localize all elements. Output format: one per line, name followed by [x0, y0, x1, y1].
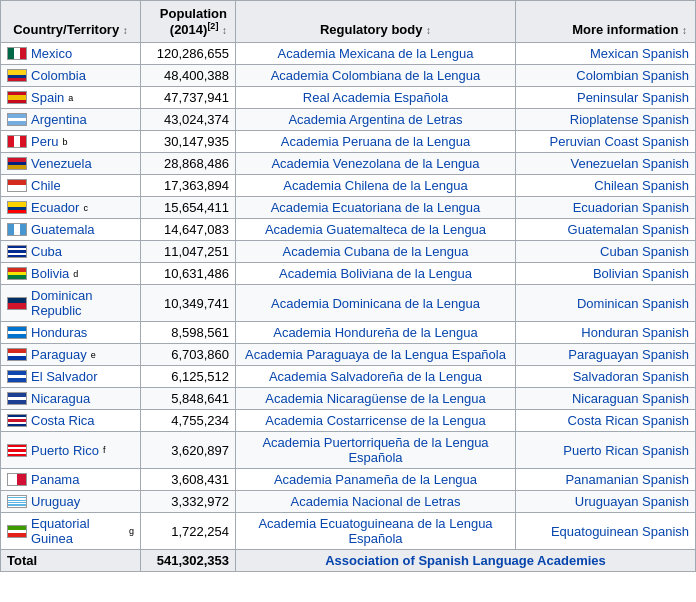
- more-info-link[interactable]: Bolivian Spanish: [593, 266, 689, 281]
- country-link[interactable]: Bolivia: [31, 266, 69, 281]
- table-row: Argentina43,024,374Academia Argentina de…: [1, 109, 696, 131]
- more-info-cell: Nicaraguan Spanish: [516, 388, 696, 410]
- population-cell: 15,654,411: [141, 197, 236, 219]
- table-row: Chile17,363,894Academia Chilena de la Le…: [1, 175, 696, 197]
- regulatory-link[interactable]: Academia Argentina de Letras: [288, 112, 462, 127]
- regulatory-link[interactable]: Academia Colombiana de la Lengua: [271, 68, 481, 83]
- country-link[interactable]: Venezuela: [31, 156, 92, 171]
- country-link[interactable]: Colombia: [31, 68, 86, 83]
- more-info-cell: Dominican Spanish: [516, 285, 696, 322]
- regulatory-link[interactable]: Academia Nacional de Letras: [291, 494, 461, 509]
- country-link[interactable]: Mexico: [31, 46, 72, 61]
- more-info-link[interactable]: Peninsular Spanish: [577, 90, 689, 105]
- header-more[interactable]: More information ↕: [516, 1, 696, 43]
- more-info-link[interactable]: Nicaraguan Spanish: [572, 391, 689, 406]
- population-cell: 17,363,894: [141, 175, 236, 197]
- regulatory-cell: Academia Argentina de Letras: [236, 109, 516, 131]
- country-cell: Argentina: [1, 109, 141, 131]
- header-regulatory[interactable]: Regulatory body ↕: [236, 1, 516, 43]
- more-info-link[interactable]: Costa Rican Spanish: [568, 413, 689, 428]
- more-info-link[interactable]: Colombian Spanish: [576, 68, 689, 83]
- more-info-link[interactable]: Puerto Rican Spanish: [563, 443, 689, 458]
- more-info-link[interactable]: Salvadoran Spanish: [573, 369, 689, 384]
- more-info-link[interactable]: Mexican Spanish: [590, 46, 689, 61]
- header-country-label: Country/Territory: [13, 22, 119, 37]
- more-info-link[interactable]: Cuban Spanish: [600, 244, 689, 259]
- country-link[interactable]: Costa Rica: [31, 413, 95, 428]
- more-info-link[interactable]: Rioplatense Spanish: [570, 112, 689, 127]
- table-row: Perub30,147,935Academia Peruana de la Le…: [1, 131, 696, 153]
- regulatory-link[interactable]: Academia Cubana de la Lengua: [283, 244, 469, 259]
- population-cell: 3,620,897: [141, 432, 236, 469]
- country-cell: Nicaragua: [1, 388, 141, 410]
- table-row: Venezuela28,868,486Academia Venezolana d…: [1, 153, 696, 175]
- country-note: g: [129, 526, 134, 536]
- country-link[interactable]: Dominican Republic: [31, 288, 134, 318]
- more-info-link[interactable]: Chilean Spanish: [594, 178, 689, 193]
- regulatory-cell: Academia Salvadoreña de la Lengua: [236, 366, 516, 388]
- more-info-link[interactable]: Venezuelan Spanish: [570, 156, 689, 171]
- country-cell: Perub: [1, 131, 141, 153]
- more-info-link[interactable]: Peruvian Coast Spanish: [550, 134, 689, 149]
- country-link[interactable]: Cuba: [31, 244, 62, 259]
- regulatory-link[interactable]: Academia Hondureña de la Lengua: [273, 325, 478, 340]
- population-cell: 11,047,251: [141, 241, 236, 263]
- more-info-cell: Puerto Rican Spanish: [516, 432, 696, 469]
- regulatory-link[interactable]: Academia Dominicana de la Lengua: [271, 296, 480, 311]
- more-info-link[interactable]: Panamanian Spanish: [565, 472, 689, 487]
- regulatory-cell: Academia Cubana de la Lengua: [236, 241, 516, 263]
- country-cell: Guatemala: [1, 219, 141, 241]
- regulatory-link[interactable]: Academia Nicaragüense de la Lengua: [265, 391, 485, 406]
- flag-icon: [7, 91, 27, 104]
- country-link[interactable]: Nicaragua: [31, 391, 90, 406]
- regulatory-link[interactable]: Academia Puertorriqueña de la Lengua Esp…: [262, 435, 488, 465]
- regulatory-link[interactable]: Academia Mexicana de la Lengua: [278, 46, 474, 61]
- regulatory-cell: Real Academia Española: [236, 87, 516, 109]
- regulatory-link[interactable]: Academia Venezolana de la Lengua: [271, 156, 479, 171]
- total-population: 541,302,353: [141, 550, 236, 572]
- country-link[interactable]: Spain: [31, 90, 64, 105]
- regulatory-link[interactable]: Academia Boliviana de la Lengua: [279, 266, 472, 281]
- country-link[interactable]: Guatemala: [31, 222, 95, 237]
- total-regulatory-link[interactable]: Association of Spanish Language Academie…: [325, 553, 606, 568]
- country-link[interactable]: Chile: [31, 178, 61, 193]
- more-info-link[interactable]: Guatemalan Spanish: [568, 222, 689, 237]
- regulatory-link[interactable]: Academia Guatemalteca de la Lengua: [265, 222, 486, 237]
- country-link[interactable]: Puerto Rico: [31, 443, 99, 458]
- header-population[interactable]: Population (2014)[2] ↕: [141, 1, 236, 43]
- regulatory-link[interactable]: Academia Peruana de la Lengua: [281, 134, 470, 149]
- more-info-cell: Salvadoran Spanish: [516, 366, 696, 388]
- table-row: Guatemala14,647,083Academia Guatemalteca…: [1, 219, 696, 241]
- country-link[interactable]: Ecuador: [31, 200, 79, 215]
- country-note: d: [73, 269, 78, 279]
- country-link[interactable]: Panama: [31, 472, 79, 487]
- regulatory-link[interactable]: Academia Paraguaya de la Lengua Española: [245, 347, 506, 362]
- more-info-link[interactable]: Ecuadorian Spanish: [573, 200, 689, 215]
- more-info-link[interactable]: Dominican Spanish: [577, 296, 689, 311]
- more-info-link[interactable]: Equatoguinean Spanish: [551, 524, 689, 539]
- regulatory-link[interactable]: Academia Ecuatoguineana de la Lengua Esp…: [258, 516, 492, 546]
- flag-icon: [7, 47, 27, 60]
- country-link[interactable]: Honduras: [31, 325, 87, 340]
- country-link[interactable]: Peru: [31, 134, 58, 149]
- regulatory-link[interactable]: Academia Panameña de la Lengua: [274, 472, 477, 487]
- country-link[interactable]: Argentina: [31, 112, 87, 127]
- more-info-cell: Bolivian Spanish: [516, 263, 696, 285]
- regulatory-link[interactable]: Academia Chilena de la Lengua: [283, 178, 467, 193]
- more-info-link[interactable]: Uruguayan Spanish: [575, 494, 689, 509]
- regulatory-link[interactable]: Academia Salvadoreña de la Lengua: [269, 369, 482, 384]
- country-link[interactable]: Paraguay: [31, 347, 87, 362]
- more-info-link[interactable]: Paraguayan Spanish: [568, 347, 689, 362]
- country-link[interactable]: Uruguay: [31, 494, 80, 509]
- regulatory-link[interactable]: Real Academia Española: [303, 90, 448, 105]
- header-country[interactable]: Country/Territory ↕: [1, 1, 141, 43]
- regulatory-cell: Academia Venezolana de la Lengua: [236, 153, 516, 175]
- table-row: Cuba11,047,251Academia Cubana de la Leng…: [1, 241, 696, 263]
- regulatory-link[interactable]: Academia Costarricense de la Lengua: [265, 413, 485, 428]
- more-info-link[interactable]: Honduran Spanish: [581, 325, 689, 340]
- country-link[interactable]: El Salvador: [31, 369, 97, 384]
- regulatory-link[interactable]: Academia Ecuatoriana de la Lengua: [271, 200, 481, 215]
- country-link[interactable]: Equatorial Guinea: [31, 516, 125, 546]
- regulatory-cell: Academia Ecuatoguineana de la Lengua Esp…: [236, 513, 516, 550]
- regulatory-cell: Academia Paraguaya de la Lengua Española: [236, 344, 516, 366]
